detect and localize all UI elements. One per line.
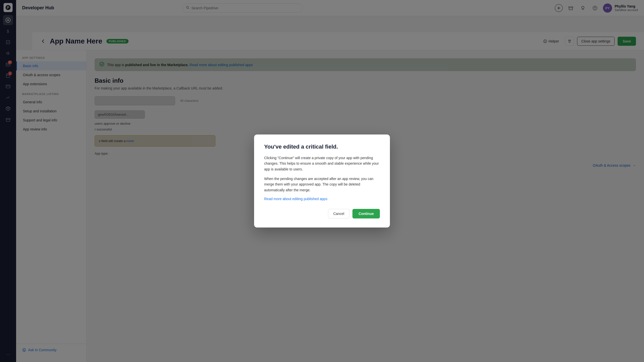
modal-title: You've edited a critical field. <box>264 144 380 150</box>
cancel-button[interactable]: Cancel <box>328 209 350 218</box>
modal-body: Clicking "Continue" will create a privat… <box>264 155 380 193</box>
modal-paragraph-2: When the pending changes are accepted af… <box>264 176 380 193</box>
modal: You've edited a critical field. Clicking… <box>254 134 390 228</box>
modal-actions: Cancel Continue <box>264 209 380 218</box>
modal-overlay: You've edited a critical field. Clicking… <box>0 0 644 362</box>
modal-read-more-link[interactable]: Read more about editing published apps <box>264 197 380 201</box>
continue-button[interactable]: Continue <box>352 209 380 218</box>
modal-paragraph-1: Clicking "Continue" will create a privat… <box>264 155 380 172</box>
